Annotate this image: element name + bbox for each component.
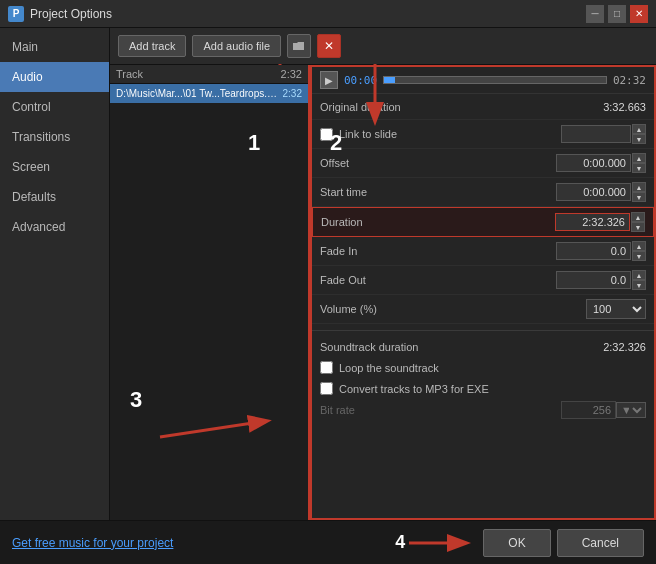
volume-select[interactable]: 100	[586, 299, 646, 319]
add-audio-file-button[interactable]: Add audio file	[192, 35, 281, 57]
link-to-slide-input[interactable]	[561, 125, 631, 143]
original-duration-label: Original duration	[320, 101, 603, 113]
duration-down[interactable]: ▼	[631, 222, 645, 232]
offset-input[interactable]	[556, 154, 631, 172]
sidebar-item-screen[interactable]: Screen	[0, 152, 109, 182]
loop-soundtrack-row: Loop the soundtrack	[312, 357, 654, 378]
fade-in-row: Fade In ▲ ▼	[312, 237, 654, 266]
fade-out-input[interactable]	[556, 271, 631, 289]
maximize-button[interactable]: □	[608, 5, 626, 23]
track-item-duration: 2:32	[283, 88, 302, 99]
cancel-button[interactable]: Cancel	[557, 529, 644, 557]
soundtrack-duration-row: Soundtrack duration 2:32.326	[312, 337, 654, 357]
minimize-button[interactable]: ─	[586, 5, 604, 23]
link-to-slide-up[interactable]: ▲	[632, 124, 646, 134]
ok-button[interactable]: OK	[483, 529, 550, 557]
fade-in-down[interactable]: ▼	[632, 251, 646, 261]
svg-line-4	[160, 422, 260, 437]
fade-out-label: Fade Out	[320, 274, 556, 286]
remove-button[interactable]: ✕	[317, 34, 341, 58]
progress-fill	[384, 77, 395, 83]
annotation-arrow-3: 3	[130, 387, 270, 460]
fade-in-spin: ▲ ▼	[632, 241, 646, 261]
offset-row: Offset ▲ ▼	[312, 149, 654, 178]
convert-mp3-label: Convert tracks to MP3 for EXE	[339, 383, 489, 395]
toolbar: Add track Add audio file ✕	[110, 28, 656, 65]
sidebar: Main Audio Control Transitions Screen De…	[0, 28, 110, 520]
fade-in-up[interactable]: ▲	[632, 241, 646, 251]
track-item[interactable]: D:\Music\Mar...\01 Tw...Teardrops.mp3 2:…	[110, 84, 308, 103]
close-button[interactable]: ✕	[630, 5, 648, 23]
duration-input-group: ▲ ▼	[555, 212, 645, 232]
progress-bar[interactable]	[383, 76, 607, 84]
offset-up[interactable]: ▲	[632, 153, 646, 163]
playback-bar: ▶ 00:00 02:32	[312, 67, 654, 94]
fade-out-row: Fade Out ▲ ▼	[312, 266, 654, 295]
link-to-slide-row: Link to slide ▲ ▼	[312, 120, 654, 149]
play-button[interactable]: ▶	[320, 71, 338, 89]
link-to-slide-label: Link to slide	[339, 128, 561, 140]
split-area: Track 2:32 D:\Music\Mar...\01 Tw...Teard…	[110, 65, 656, 520]
title-bar: P Project Options ─ □ ✕	[0, 0, 656, 28]
start-time-down[interactable]: ▼	[632, 192, 646, 202]
sidebar-item-advanced[interactable]: Advanced	[0, 212, 109, 242]
soundtrack-duration-value: 2:32.326	[603, 341, 646, 353]
add-track-button[interactable]: Add track	[118, 35, 186, 57]
bitrate-input[interactable]	[561, 401, 616, 419]
sidebar-item-control[interactable]: Control	[0, 92, 109, 122]
loop-soundtrack-checkbox[interactable]	[320, 361, 333, 374]
bitrate-row: Bit rate ▼	[312, 399, 654, 421]
original-duration-value: 3:32.663	[603, 101, 646, 113]
bitrate-select[interactable]: ▼	[616, 402, 646, 418]
track-header-label: Track	[116, 68, 143, 80]
offset-input-group: ▲ ▼	[556, 153, 646, 173]
current-time: 00:00	[344, 74, 377, 87]
track-panel: Track 2:32 D:\Music\Mar...\01 Tw...Teard…	[110, 65, 310, 520]
start-time-up[interactable]: ▲	[632, 182, 646, 192]
start-time-input[interactable]	[556, 183, 631, 201]
separator-1	[312, 330, 654, 331]
link-to-slide-spin: ▲ ▼	[632, 124, 646, 144]
volume-label: Volume (%)	[320, 303, 586, 315]
track-name: D:\Music\Mar...\01 Tw...Teardrops.mp3	[116, 88, 279, 99]
bottom-bar: Get free music for your project 4 OK Can…	[0, 520, 656, 564]
link-to-slide-down[interactable]: ▼	[632, 134, 646, 144]
track-list-header: Track 2:32	[110, 65, 308, 84]
fade-in-input[interactable]	[556, 242, 631, 260]
offset-spin: ▲ ▼	[632, 153, 646, 173]
duration-row: Duration ▲ ▼	[312, 207, 654, 237]
fade-out-up[interactable]: ▲	[632, 270, 646, 280]
window-title: Project Options	[30, 7, 586, 21]
sidebar-item-audio[interactable]: Audio	[0, 62, 109, 92]
fade-in-label: Fade In	[320, 245, 556, 257]
start-time-spin: ▲ ▼	[632, 182, 646, 202]
loop-soundtrack-label: Loop the soundtrack	[339, 362, 439, 374]
annotation-arrow-4	[409, 533, 469, 553]
fade-out-spin: ▲ ▼	[632, 270, 646, 290]
folder-button[interactable]	[287, 34, 311, 58]
offset-down[interactable]: ▼	[632, 163, 646, 173]
properties-panel: ▶ 00:00 02:32 Original duration 3:32.663…	[310, 65, 656, 520]
volume-input-group: 100	[586, 299, 646, 319]
volume-row: Volume (%) 100	[312, 295, 654, 324]
link-to-slide-checkbox[interactable]	[320, 128, 333, 141]
fade-out-down[interactable]: ▼	[632, 280, 646, 290]
duration-input[interactable]	[555, 213, 630, 231]
sidebar-item-defaults[interactable]: Defaults	[0, 182, 109, 212]
soundtrack-duration-label: Soundtrack duration	[320, 341, 603, 353]
offset-label: Offset	[320, 157, 556, 169]
duration-label: Duration	[321, 216, 555, 228]
link-to-slide-input-group: ▲ ▼	[561, 124, 646, 144]
annotation-4: 4	[395, 532, 469, 553]
bitrate-label: Bit rate	[320, 404, 561, 416]
sidebar-item-transitions[interactable]: Transitions	[0, 122, 109, 152]
convert-mp3-checkbox[interactable]	[320, 382, 333, 395]
end-time: 02:32	[613, 74, 646, 87]
start-time-label: Start time	[320, 186, 556, 198]
free-music-link[interactable]: Get free music for your project	[12, 536, 395, 550]
sidebar-item-main[interactable]: Main	[0, 32, 109, 62]
window-controls: ─ □ ✕	[586, 5, 648, 23]
duration-spin: ▲ ▼	[631, 212, 645, 232]
app-icon: P	[8, 6, 24, 22]
duration-up[interactable]: ▲	[631, 212, 645, 222]
